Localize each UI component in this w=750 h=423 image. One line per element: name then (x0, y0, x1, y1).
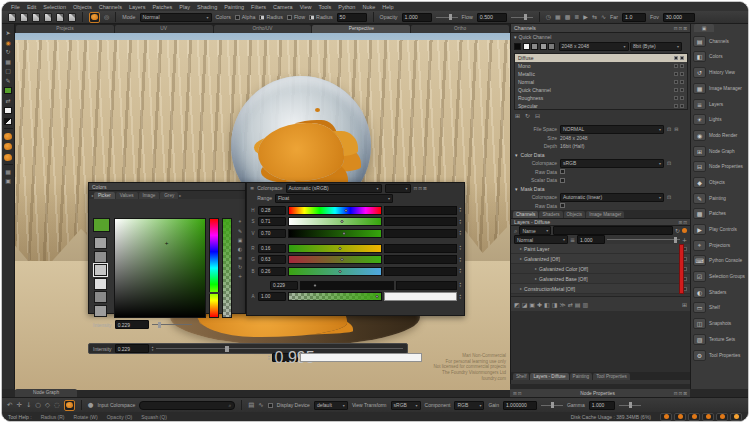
marquee-tool-icon[interactable]: ▢ (5, 68, 11, 74)
slider-gradient-bar[interactable] (300, 281, 394, 290)
menu-item[interactable]: Objects (73, 4, 92, 10)
channel-cache-icon[interactable] (680, 80, 684, 84)
palette-sidebar-item[interactable]: ⚙ Tool Properties (693, 349, 748, 362)
rotate-tool-icon[interactable]: ↻ (5, 49, 10, 55)
current-color-swatch[interactable] (93, 218, 110, 232)
menu-item[interactable]: Painting (224, 4, 244, 10)
slider-gradient-bar[interactable] (288, 267, 382, 276)
palette-sidebar-tab[interactable]: ▣ (694, 24, 714, 32)
paint-tool-button[interactable] (89, 12, 100, 23)
slider-gradient-bar[interactable] (288, 244, 382, 253)
layer-opacity-field[interactable]: 1.000 (577, 235, 605, 244)
menu-item[interactable]: Shading (197, 4, 217, 10)
transfer-icon[interactable]: ⇄ (568, 301, 573, 308)
colorspace-extra-dropdown[interactable]: ▾ (385, 184, 411, 193)
slider-value-field[interactable]: 0.26 (258, 267, 286, 276)
grey-swatch[interactable] (94, 278, 107, 290)
contrast-icon[interactable]: ◐ (238, 246, 242, 252)
palette-sidebar-item[interactable]: ◐ Shaders (693, 286, 748, 299)
status-light[interactable] (730, 413, 742, 421)
play-icon[interactable]: ▶ (583, 14, 588, 20)
channel-row[interactable]: Metallic (515, 70, 687, 78)
brush-preset-3[interactable] (4, 154, 12, 161)
add-channel-icon[interactable]: ⊞ (515, 112, 520, 119)
layer-row[interactable]: • ▸ Galvanized Color [Off] (511, 264, 690, 274)
sync-channel-icon[interactable]: ↻ (525, 112, 530, 119)
layer-cache-scrollbar[interactable] (679, 244, 684, 294)
layer-row[interactable]: • ▸ Galvanized [Off] (511, 254, 690, 264)
channel-lock-icon[interactable] (674, 80, 678, 84)
frame-icon[interactable]: ▣ (5, 178, 11, 184)
foreground-color-swatch[interactable] (4, 87, 12, 94)
paint-tool-active-icon[interactable]: ◉ (5, 40, 10, 46)
lut-icon[interactable]: ▤ (248, 402, 254, 409)
pan-icon[interactable]: ✛ (16, 402, 21, 409)
reset-icon[interactable]: ⊡ (667, 126, 671, 132)
toolbar-checkbox[interactable]: Alpha (235, 14, 256, 20)
eyedropper-icon[interactable]: ⌖ (239, 218, 242, 225)
intensity-spinner[interactable]: ▴▾ (152, 346, 154, 352)
slider-spinner[interactable]: ▴▾ (459, 245, 461, 251)
value-spinner[interactable]: ▴▾ (268, 355, 270, 361)
slider-spinner[interactable]: ▴▾ (459, 230, 461, 236)
panel-controls[interactable]: ⊟⊡⊠ (674, 26, 687, 31)
palette-sidebar-item[interactable]: ◆ Objects (693, 176, 748, 189)
slider-value-field[interactable]: 0.70 (258, 229, 286, 238)
menu-item[interactable]: Tools (318, 4, 331, 10)
channel-cache-icon[interactable] (680, 64, 684, 68)
share-icon[interactable]: ▥ (582, 301, 588, 308)
dock-tab[interactable]: Channels (513, 211, 538, 218)
swatch-grid-icon[interactable]: ▣ (238, 237, 243, 243)
pencil-icon[interactable]: ✎ (238, 228, 242, 234)
display-checkbox[interactable] (268, 403, 273, 408)
floating-intensity-field[interactable]: 0.229 (115, 344, 149, 353)
viewport-tab[interactable]: Perspective (312, 25, 410, 33)
channel-size-dropdown[interactable]: 2048 x 2048▾ (559, 42, 629, 51)
channel-cache-icon[interactable] (680, 72, 684, 76)
slider-row[interactable]: B 0.26 ▴▾ (250, 266, 461, 276)
channel-swatch-grey[interactable] (531, 43, 538, 50)
gain-slider[interactable] (541, 405, 563, 406)
slider-value-field[interactable]: 1.00 (258, 292, 286, 301)
search-mode-dropdown[interactable]: Name▾ (519, 226, 551, 235)
blend-mode-dropdown[interactable]: Normal▾ (514, 235, 568, 244)
clock-icon[interactable]: ◷ (546, 14, 551, 20)
mask-icon[interactable]: ◨ (552, 301, 558, 308)
slider-gradient-bar[interactable] (288, 292, 382, 301)
slider-value-field[interactable]: 0.63 (258, 255, 286, 264)
alpha-strip[interactable] (222, 218, 232, 318)
add-icon[interactable]: + (682, 236, 687, 243)
radius-field[interactable]: 50 (337, 13, 367, 22)
status-light[interactable] (716, 413, 728, 421)
input-colorspace-search[interactable]: ⌕ (139, 401, 235, 410)
palette-sidebar-item[interactable]: ▦ Image Manager (693, 82, 748, 95)
palette-sidebar-item[interactable]: ☑ Selection Groups (693, 270, 748, 283)
background-color-swatch[interactable] (4, 107, 12, 114)
floating-value-field[interactable]: 0.995 (272, 353, 298, 362)
colors-panel-titlebar[interactable]: Colors (89, 183, 245, 191)
layer-expander-icon[interactable]: ▸ (520, 246, 522, 251)
add-procedural-icon[interactable]: ▣ (529, 301, 535, 308)
bw-colors-icon[interactable] (4, 118, 12, 125)
viewport-tab[interactable]: Projects (16, 25, 114, 33)
scalar-data-checkbox[interactable] (560, 178, 565, 183)
grid-tool-icon[interactable]: ▦ (5, 59, 11, 65)
reset-icon[interactable]: ⊡ (667, 160, 671, 166)
image-icon[interactable]: ▦ (555, 14, 561, 20)
export-icon[interactable] (56, 13, 64, 22)
slider-spinner[interactable]: ▴▾ (459, 257, 461, 263)
menu-item[interactable]: Channels (99, 4, 122, 10)
menu-item[interactable]: Selection (43, 4, 66, 10)
toolbar-checkbox[interactable]: Radius (309, 14, 333, 20)
layer-expander-icon[interactable]: ▸ (535, 266, 537, 271)
lower-dock-tab[interactable]: Painting (570, 373, 593, 380)
menu-item[interactable]: View (300, 4, 312, 10)
orbit-icon[interactable]: ↶ (7, 402, 12, 409)
mirror-icon[interactable]: ⇆ (592, 14, 597, 20)
viewport-tab[interactable]: UV (115, 25, 213, 33)
pen-tool-icon[interactable]: ✎ (5, 78, 10, 84)
slider-gradient-bar[interactable] (288, 206, 382, 215)
remove-layer-icon[interactable]: ⊞ (682, 301, 687, 308)
layer-row[interactable]: • ▸ ConstructionMetal [Off] (511, 284, 690, 294)
panel-grip-icon[interactable]: ≡ (250, 185, 254, 191)
